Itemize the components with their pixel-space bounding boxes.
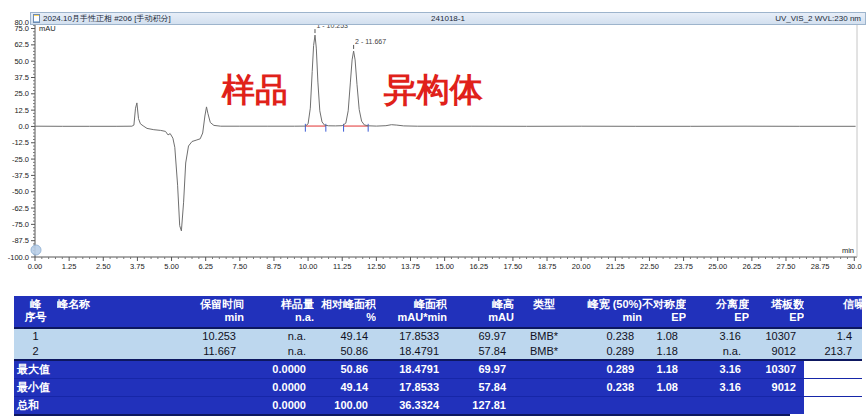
x-axis-tick-label: 2.50 (96, 262, 111, 271)
column-header-line2: EP (749, 311, 804, 324)
table-cell: 57.84 (447, 344, 514, 359)
table-cell: 50.86 (314, 344, 376, 359)
table-cell: 69.97 (447, 329, 514, 344)
sample-name: 241018-1 (431, 13, 465, 24)
y-axis-tick-label: 50.0 (14, 57, 29, 66)
column-header-line1: 不对称度 (642, 298, 686, 311)
x-axis-tick-label: 0.00 (28, 262, 43, 271)
y-axis-tick-label: -100.0 (8, 253, 29, 262)
y-axis-tick-label: 25.0 (14, 89, 29, 98)
summary-cell: 10307 (749, 361, 804, 378)
x-axis-tick-label: 30.0 (847, 262, 862, 271)
table-cell: 10.253 (172, 329, 244, 344)
table-cell: n.a. (244, 329, 314, 344)
summary-cell: 0.0000 (244, 397, 314, 414)
summary-cell: 0.289 (574, 361, 642, 378)
column-header: 峰序号 (14, 296, 57, 327)
table-header-row: 峰序号峰名称保留时间min样品量n.a.相对峰面积%峰面积mAU*min峰高mA… (14, 296, 862, 329)
table-cell: n.a. (244, 344, 314, 359)
column-header-line1: 样品量 (244, 298, 314, 311)
y-axis-tick-label: -37.5 (12, 171, 29, 180)
table-cell: n.a. (686, 344, 749, 359)
column-header: 不对称度EP (642, 296, 686, 327)
x-axis-unit-label: min (842, 246, 854, 255)
column-header-line2: min (172, 311, 244, 324)
x-axis-tick-label: 3.75 (130, 262, 145, 271)
y-axis-tick-label: 0.0 (19, 122, 29, 131)
x-axis-tick-label: 18.75 (538, 262, 557, 271)
summary-row: 总和0.0000100.0036.3324127.81 (14, 396, 862, 414)
column-header-line1: 峰 (14, 298, 57, 311)
summary-cell (804, 361, 868, 378)
summary-label: 总和 (14, 397, 172, 414)
chromatogram-plot[interactable]: 80.075.062.550.037.525.012.50.0-12.5-25.… (0, 0, 868, 285)
summary-cell: 3.16 (686, 361, 749, 378)
peak-label: 2 - 11.667 (355, 38, 386, 45)
table-row[interactable]: 211.667n.a.50.8618.479157.84BMB*0.2891.1… (14, 344, 862, 359)
summary-cell: 57.84 (447, 379, 514, 396)
summary-cell: 0.0000 (244, 361, 314, 378)
chromatogram-trace[interactable] (35, 35, 856, 231)
table-cell: 49.14 (314, 329, 376, 344)
table-cell: 1.4 (804, 329, 868, 344)
x-axis-tick-label: 10.00 (299, 262, 318, 271)
column-header-line1: 相对峰面积 (314, 298, 376, 311)
table-bottom-border (14, 414, 790, 416)
column-header-line2 (57, 311, 172, 324)
table-row[interactable]: 110.253n.a.49.1417.853369.97BMB*0.2381.0… (14, 329, 862, 344)
column-header: 分离度EP (686, 296, 749, 327)
summary-cell (514, 379, 574, 396)
x-axis-tick-label: 8.75 (267, 262, 282, 271)
summary-cell: 1.08 (642, 379, 686, 396)
x-axis-tick-label: 11.25 (333, 262, 351, 271)
column-header-line1: 峰面积 (376, 298, 447, 311)
x-axis-tick-label: 28.75 (811, 262, 830, 271)
table-cell: 1 (14, 329, 57, 344)
summary-cell: 50.86 (314, 361, 376, 378)
summary-cell: 17.8533 (376, 379, 447, 396)
x-axis-tick-label: 27.50 (777, 262, 796, 271)
column-header-line2: EP (642, 311, 686, 324)
x-axis-tick-label: 1.25 (62, 262, 77, 271)
summary-cell (514, 397, 574, 414)
table-cell: 9012 (749, 344, 804, 359)
summary-cell: 18.4791 (376, 361, 447, 378)
x-axis-tick-label: 15.00 (435, 262, 454, 271)
column-header-line2: 序号 (14, 311, 57, 324)
peak-results-table: 峰序号峰名称保留时间min样品量n.a.相对峰面积%峰面积mAU*min峰高mA… (14, 296, 862, 416)
x-axis-tick-label: 21.25 (606, 262, 625, 271)
x-axis-tick-label: 23.75 (674, 262, 693, 271)
summary-cell (514, 361, 574, 378)
x-axis-tick-label: 22.50 (640, 262, 659, 271)
table-cell: 1.08 (642, 329, 686, 344)
summary-cell (804, 397, 868, 414)
column-header-line2: EP (686, 311, 749, 324)
x-axis-tick-label: 6.25 (198, 262, 213, 271)
summary-cell: 69.97 (447, 361, 514, 378)
table-cell (57, 344, 172, 359)
table-cell: 213.7 (804, 344, 868, 359)
column-header: 峰名称 (57, 296, 172, 327)
table-cell: 10307 (749, 329, 804, 344)
column-header-line2: mAU (447, 311, 514, 324)
column-header: 类型 (514, 296, 574, 327)
summary-cell (172, 397, 244, 414)
table-cell: BMB* (514, 329, 574, 344)
column-header-line2: % (314, 311, 376, 324)
summary-cell (172, 379, 244, 396)
x-axis-tick-label: 13.75 (401, 262, 420, 271)
y-axis-tick-label: 37.5 (14, 73, 29, 82)
column-header-line2: mAU*min (376, 311, 447, 324)
chromatogram-title: 2024.10月手性正相 #206 [手动积分] (43, 13, 171, 24)
table-cell: 11.667 (172, 344, 244, 359)
y-axis-unit-label: mAU (39, 24, 56, 33)
summary-cell: 3.16 (686, 379, 749, 396)
summary-cell (642, 397, 686, 414)
column-header: 信噪比 (804, 296, 868, 327)
y-axis-tick-label: -75.0 (12, 220, 29, 229)
y-axis-tick-label: -50.0 (12, 187, 29, 196)
summary-row: 最大值0.000050.8618.479169.970.2891.183.161… (14, 359, 862, 378)
x-axis-tick-label: 26.25 (742, 262, 761, 271)
column-header: 峰高mAU (447, 296, 514, 327)
chromatogram-panel[interactable]: 80.075.062.550.037.525.012.50.0-12.5-25.… (0, 0, 868, 285)
